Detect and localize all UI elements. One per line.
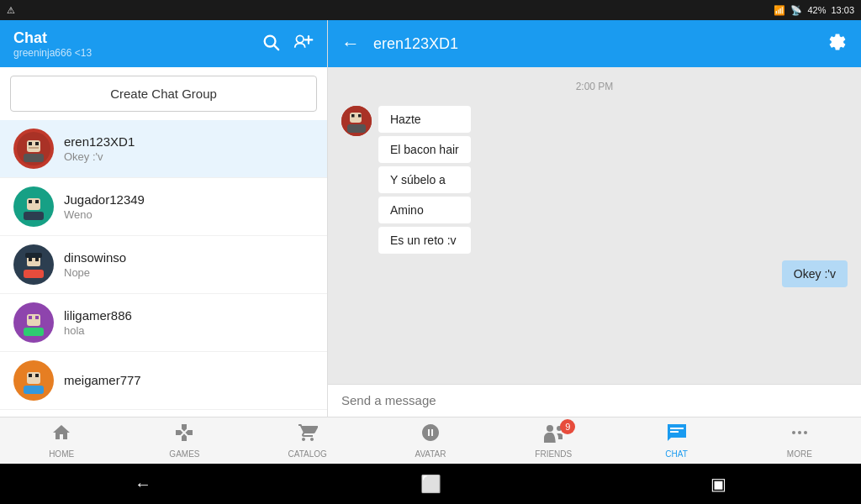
nav-label-more: MORE <box>787 449 812 459</box>
svg-rect-42 <box>670 431 679 433</box>
nav-item-chat[interactable]: CHAT <box>643 423 710 459</box>
nav-label-games: GAMES <box>169 449 199 459</box>
contact-item[interactable]: liligamer886 hola <box>0 294 327 352</box>
svg-rect-36 <box>358 114 362 118</box>
nav-item-games[interactable]: GAMES <box>151 423 218 459</box>
contact-info: Jugador12349 Weno <box>64 192 314 221</box>
message-bubble: Y súbelo a <box>378 166 471 193</box>
nav-item-avatar[interactable]: AVATAR <box>397 423 464 459</box>
recents-android-button[interactable]: ▣ <box>710 474 726 494</box>
svg-rect-20 <box>35 258 39 261</box>
avatar <box>13 360 54 401</box>
contact-info: eren123XD1 Okey :'v <box>64 134 314 163</box>
contact-last-message: Nope <box>64 266 314 279</box>
search-icon[interactable] <box>261 33 280 55</box>
chat-title: eren123XD1 <box>373 35 458 53</box>
status-bar-left: ⚠ <box>7 5 15 16</box>
left-header-icons <box>261 33 314 55</box>
home-icon <box>51 423 71 448</box>
add-group-icon[interactable] <box>293 33 314 55</box>
nav-item-more[interactable]: MORE <box>766 423 833 459</box>
contact-name: dinsowinso <box>64 250 314 265</box>
svg-rect-21 <box>24 270 44 278</box>
create-chat-group-button[interactable]: Create Chat Group <box>10 76 317 112</box>
message-bubbles: Hazte El bacon hair Y súbelo a Amino Es … <box>378 106 471 254</box>
svg-rect-31 <box>24 386 44 394</box>
svg-rect-37 <box>347 124 366 133</box>
message-bubble: Es un reto :v <box>378 227 471 254</box>
sender-avatar <box>341 106 372 136</box>
nav-item-home[interactable]: HOME <box>28 423 95 459</box>
contact-item[interactable]: Jugador12349 Weno <box>0 178 327 236</box>
more-icon <box>790 423 810 448</box>
battery-level: 42% <box>807 5 826 15</box>
contact-info: liligamer886 hola <box>64 308 314 337</box>
message-row-right: Okey :'v <box>341 260 848 287</box>
nav-label-friends: FRIENDS <box>535 449 572 459</box>
svg-rect-19 <box>29 258 32 261</box>
messages-area: 2:00 PM Hazte El bacon hair Y súbelo a <box>328 67 861 384</box>
contact-last-message: Weno <box>64 208 314 221</box>
message-bubble: Hazte <box>378 106 471 133</box>
message-bubble: El bacon hair <box>378 136 471 163</box>
svg-rect-18 <box>25 253 42 258</box>
message-bubble-own: Okey :'v <box>782 260 848 287</box>
wifi-icon: 📶 <box>774 5 785 16</box>
nav-item-friends[interactable]: 9 FRIENDS <box>520 423 587 459</box>
contact-info: dinsowinso Nope <box>64 250 314 279</box>
contact-name: eren123XD1 <box>64 134 314 149</box>
contact-item[interactable]: dinsowinso Nope <box>0 236 327 294</box>
right-header: ← eren123XD1 <box>328 20 861 67</box>
message-bubble: Amino <box>378 197 471 223</box>
catalog-icon <box>298 423 318 448</box>
svg-rect-13 <box>29 200 32 203</box>
svg-point-45 <box>804 431 807 434</box>
back-button[interactable]: ← <box>341 33 360 55</box>
back-android-button[interactable]: ← <box>135 475 151 494</box>
svg-rect-29 <box>29 374 32 377</box>
message-timestamp: 2:00 PM <box>341 81 848 92</box>
svg-rect-9 <box>29 147 39 149</box>
contact-last-message: Okey :'v <box>64 150 314 163</box>
svg-rect-34 <box>350 113 362 123</box>
svg-rect-30 <box>35 374 39 377</box>
avatar-icon <box>420 423 441 448</box>
contact-name: liligamer886 <box>64 308 314 323</box>
games-icon <box>174 423 194 448</box>
svg-point-44 <box>798 431 801 434</box>
app-name: Chat <box>13 29 92 47</box>
svg-rect-14 <box>35 200 39 203</box>
svg-rect-26 <box>24 328 44 336</box>
avatar <box>13 129 54 169</box>
signal-icon: 📡 <box>790 5 802 16</box>
svg-point-43 <box>792 431 795 434</box>
svg-rect-41 <box>670 428 684 429</box>
right-header-left: ← eren123XD1 <box>341 33 458 55</box>
avatar <box>13 244 54 285</box>
contact-info: meigamer777 <box>64 373 314 389</box>
time-display: 13:03 <box>831 5 854 15</box>
svg-rect-8 <box>35 142 39 145</box>
nav-label-chat: CHAT <box>665 449 687 459</box>
avatar <box>13 302 54 343</box>
svg-point-2 <box>296 35 304 43</box>
svg-rect-7 <box>29 142 32 145</box>
warning-icon: ⚠ <box>7 5 15 16</box>
right-panel: ← eren123XD1 2:00 PM <box>328 20 861 417</box>
contact-list: eren123XD1 Okey :'v Jugador12349 <box>0 120 327 417</box>
message-row-left: Hazte El bacon hair Y súbelo a Amino Es … <box>341 106 848 254</box>
home-android-button[interactable]: ⬜ <box>420 474 441 494</box>
svg-line-1 <box>274 45 278 50</box>
nav-item-catalog[interactable]: CATALOG <box>274 423 341 459</box>
status-bar-right: 📶 📡 42% 13:03 <box>774 5 854 16</box>
chat-icon <box>666 423 688 448</box>
status-bar: ⚠ 📶 📡 42% 13:03 <box>0 0 861 20</box>
username-label: greeninja666 <13 <box>13 47 92 59</box>
settings-icon[interactable] <box>827 32 848 56</box>
message-input[interactable] <box>341 393 848 407</box>
contact-last-message: hola <box>64 324 314 337</box>
svg-rect-10 <box>24 154 44 162</box>
friends-badge: 9 <box>560 419 575 434</box>
contact-item[interactable]: meigamer777 <box>0 352 327 410</box>
contact-item[interactable]: eren123XD1 Okey :'v <box>0 120 327 178</box>
